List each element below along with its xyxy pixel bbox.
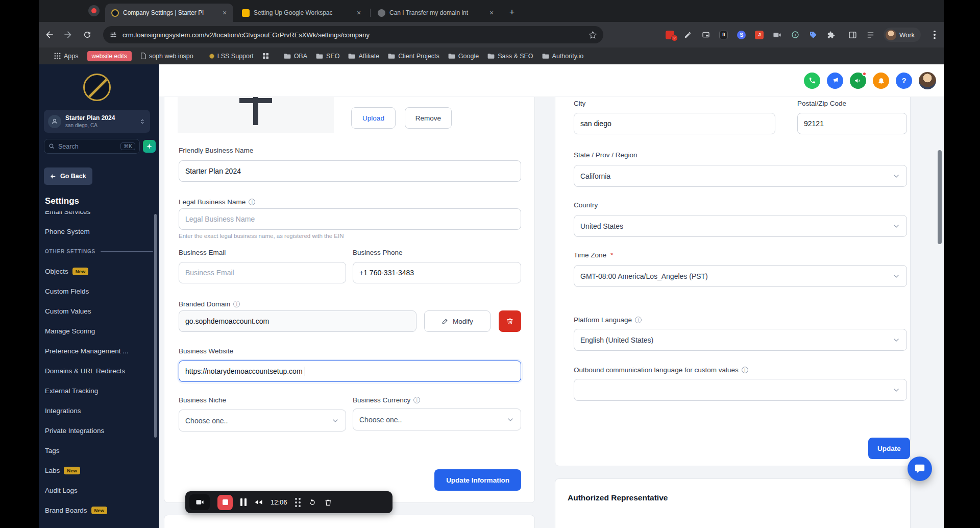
- sidebar-item-external-tracking[interactable]: External Tracking: [39, 381, 159, 401]
- account-switcher[interactable]: Starter Plan 2024 san diego, CA: [44, 110, 150, 133]
- branded-domain-input[interactable]: [179, 310, 416, 332]
- sidebar-item-brand-boards[interactable]: Brand BoardsNew: [39, 500, 159, 520]
- business-niche-select[interactable]: Choose one..: [179, 410, 346, 431]
- restart-recording-icon[interactable]: [308, 498, 316, 507]
- sidebar-item-private-integrations[interactable]: Private Integrations: [39, 421, 159, 441]
- tab-transfer-domain[interactable]: Can I Transfer my domain int ×: [372, 4, 500, 22]
- stop-recording-button[interactable]: [217, 495, 233, 510]
- business-website-input[interactable]: https://notarydemoaccountsetup.com: [179, 361, 521, 382]
- browser-profile-chip[interactable]: Work: [884, 28, 921, 42]
- ai-assistant-button[interactable]: [143, 140, 156, 153]
- browser-menu-button[interactable]: [929, 31, 940, 39]
- chat-widget-button[interactable]: [908, 457, 932, 481]
- sidebar-item-phone-system[interactable]: Phone System: [39, 222, 159, 242]
- sidebar-item-tags[interactable]: Tags: [39, 441, 159, 461]
- outbound-language-select[interactable]: [574, 379, 907, 401]
- back-button[interactable]: [41, 26, 58, 43]
- reload-button[interactable]: [79, 26, 96, 43]
- page-scrollbar[interactable]: [938, 150, 942, 244]
- help-button[interactable]: ?: [896, 73, 912, 89]
- sidebar-section-other-settings: OTHER SETTINGS: [39, 242, 159, 261]
- bookmark-folder-oba[interactable]: OBA: [284, 53, 307, 60]
- address-bar[interactable]: crm.loansigningsystem.com/v2/location/cG…: [103, 26, 603, 43]
- delete-recording-icon[interactable]: [324, 498, 332, 507]
- bookmark-folder-authority[interactable]: Authority.io: [542, 53, 584, 60]
- menu-lines-icon[interactable]: [866, 30, 876, 40]
- timezone-select[interactable]: GMT-08:00 America/Los_Angeles (PST): [574, 265, 907, 287]
- announcements-button[interactable]: [850, 73, 866, 89]
- recording-indicator-icon[interactable]: [88, 5, 100, 16]
- bookmark-folder-google[interactable]: Google: [448, 53, 479, 60]
- forward-button[interactable]: [59, 26, 77, 43]
- close-icon[interactable]: ×: [354, 8, 363, 17]
- extension-ft-icon[interactable]: ft: [719, 30, 729, 40]
- platform-language-select[interactable]: English (United States): [574, 329, 907, 351]
- extension-pip-icon[interactable]: [701, 30, 711, 40]
- city-input[interactable]: [574, 113, 775, 134]
- rewind-icon[interactable]: [254, 498, 263, 507]
- extension-j-icon[interactable]: J: [754, 30, 765, 40]
- sidebar-item-manage-scoring[interactable]: Manage Scoring: [39, 321, 159, 341]
- update-information-button[interactable]: Update Information: [434, 469, 521, 491]
- bookmark-website-edits[interactable]: website edits: [87, 51, 132, 61]
- bookmark-lss-support[interactable]: LSS Support: [209, 53, 254, 60]
- modify-domain-button[interactable]: Modify: [424, 310, 491, 332]
- upload-button[interactable]: Upload: [351, 107, 396, 129]
- side-panel-icon[interactable]: [848, 30, 858, 40]
- bookmark-folder-affiliate[interactable]: Affiliate: [348, 53, 379, 60]
- postal-input[interactable]: [797, 113, 907, 134]
- phone-dialer-button[interactable]: [804, 73, 820, 89]
- update-button[interactable]: Update: [868, 438, 910, 459]
- chevron-down-icon: [892, 272, 900, 280]
- extension-s-icon[interactable]: S: [737, 30, 747, 40]
- site-settings-icon[interactable]: [109, 31, 117, 39]
- delete-domain-button[interactable]: [499, 310, 521, 332]
- new-tab-button[interactable]: +: [505, 6, 519, 19]
- go-back-button[interactable]: Go Back: [44, 167, 92, 185]
- sidebar-search-input[interactable]: Search ⌘K: [44, 139, 140, 154]
- close-icon[interactable]: ×: [220, 8, 229, 17]
- tab-google-workspace[interactable]: Setting Up Google Workspac ×: [236, 4, 368, 22]
- extensions-puzzle-icon[interactable]: [826, 30, 836, 40]
- user-avatar[interactable]: [919, 72, 936, 89]
- friendly-name-input[interactable]: [179, 160, 521, 182]
- logo-upload-preview[interactable]: [178, 92, 334, 133]
- sidebar-item-audit-logs[interactable]: Audit Logs: [39, 481, 159, 500]
- sidebar-item-custom-values[interactable]: Custom Values: [39, 301, 159, 321]
- extension-red-icon[interactable]: 2: [665, 30, 675, 40]
- business-phone-input[interactable]: [353, 262, 521, 283]
- bookmark-grid-icon[interactable]: [262, 53, 269, 59]
- remove-button[interactable]: Remove: [405, 107, 452, 129]
- sidebar-item-domains-url-redirects[interactable]: Domains & URL Redirects: [39, 361, 159, 381]
- extension-info-icon[interactable]: [790, 30, 800, 40]
- launchpad-button[interactable]: [827, 73, 843, 89]
- state-select[interactable]: California: [574, 165, 907, 187]
- drag-handle[interactable]: [295, 498, 301, 507]
- sidebar-scrollbar[interactable]: [154, 214, 157, 438]
- business-email-input[interactable]: [179, 262, 346, 283]
- bookmark-star-icon[interactable]: [589, 31, 597, 39]
- sidebar-item-labs[interactable]: LabsNew: [39, 461, 159, 481]
- extension-camera-icon[interactable]: [772, 30, 782, 40]
- sidebar-item-preference-management[interactable]: Preference Management ...: [39, 341, 159, 361]
- country-select[interactable]: United States: [574, 215, 907, 237]
- sidebar-item-email-services[interactable]: Email Services: [39, 211, 159, 222]
- sidebar-item-objects[interactable]: ObjectsNew: [39, 261, 159, 281]
- notifications-button[interactable]: [873, 73, 889, 89]
- pause-recording-button[interactable]: [240, 498, 247, 506]
- sidebar-item-integrations[interactable]: Integrations: [39, 401, 159, 421]
- sidebar-item-custom-fields[interactable]: Custom Fields: [39, 281, 159, 301]
- bookmark-soph-web-inspo[interactable]: soph web inspo: [140, 53, 193, 60]
- bookmark-folder-seo[interactable]: SEO: [316, 53, 339, 60]
- bookmark-folder-sass-seo[interactable]: Sass & SEO: [487, 53, 533, 60]
- close-icon[interactable]: ×: [487, 8, 496, 17]
- camera-toggle-button[interactable]: [189, 494, 210, 510]
- business-currency-select[interactable]: Choose one..: [353, 409, 521, 430]
- bookmark-folder-client-projects[interactable]: Client Projects: [388, 53, 439, 60]
- apps-shortcut[interactable]: Apps: [54, 53, 79, 60]
- extension-tag-icon[interactable]: [808, 30, 818, 40]
- branded-domain-label: Branded Domain i: [179, 300, 240, 308]
- extension-pen-icon[interactable]: [683, 30, 693, 40]
- tab-company-settings[interactable]: Company Settings | Starter Pl ×: [105, 4, 233, 22]
- legal-name-input[interactable]: [179, 208, 521, 230]
